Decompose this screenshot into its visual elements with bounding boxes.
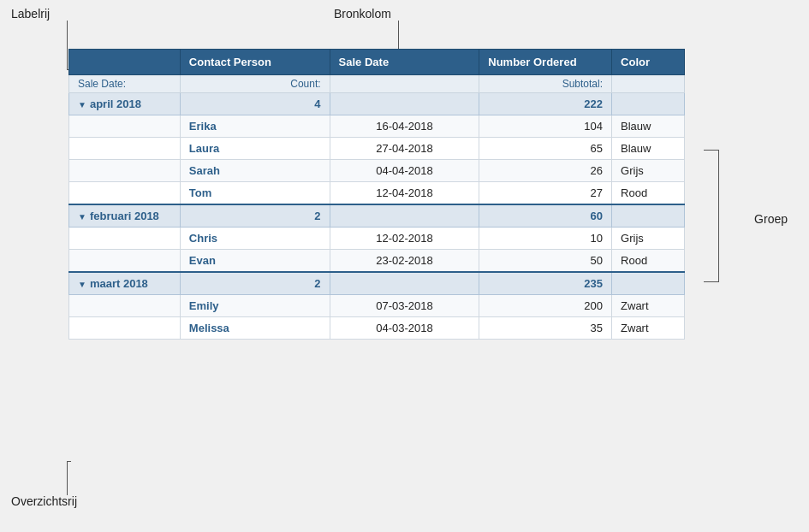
group-header-empty-date xyxy=(330,93,479,115)
row-name: Sarah xyxy=(180,160,330,182)
row-name: Erika xyxy=(180,115,330,138)
row-empty xyxy=(69,317,181,340)
row-date: 12-04-2018 xyxy=(330,182,479,205)
row-number: 26 xyxy=(479,160,612,182)
label-empty-1 xyxy=(330,75,479,93)
group-header-count: 2 xyxy=(180,272,330,295)
group-header-name: ▼februari 2018 xyxy=(69,204,181,228)
row-color: Zwart xyxy=(612,317,685,340)
header-color: Color xyxy=(612,50,685,75)
group-header-empty-color xyxy=(612,204,685,228)
row-number: 10 xyxy=(479,228,612,250)
header-empty xyxy=(69,50,181,75)
row-name: Evan xyxy=(180,250,330,273)
group-header-row[interactable]: ▼maart 2018 2 235 xyxy=(69,272,685,295)
table-row: Laura 27-04-2018 65 Blauw xyxy=(69,138,685,160)
row-number: 35 xyxy=(479,317,612,340)
annotation-labelrij: Labelrij xyxy=(11,7,50,21)
label-empty-2 xyxy=(612,75,685,93)
row-name: Chris xyxy=(180,228,330,250)
group-header-empty-color xyxy=(612,272,685,295)
table-row: Evan 23-02-2018 50 Rood xyxy=(69,250,685,273)
group-header-row[interactable]: ▼april 2018 4 222 xyxy=(69,93,685,115)
label-sale-date: Sale Date: xyxy=(69,75,181,93)
row-name: Laura xyxy=(180,138,330,160)
row-date: 07-03-2018 xyxy=(330,295,479,317)
row-date: 27-04-2018 xyxy=(330,138,479,160)
label-row: Sale Date: Count: Subtotal: xyxy=(69,75,685,93)
label-count: Count: xyxy=(180,75,330,93)
group-header-subtotal: 235 xyxy=(479,272,612,295)
row-color: Rood xyxy=(612,182,685,205)
bracket-groep xyxy=(704,150,719,282)
table-row: Chris 12-02-2018 10 Grijs xyxy=(69,228,685,250)
row-name: Emily xyxy=(180,295,330,317)
line-bronkolom xyxy=(398,21,399,50)
header-sale-date: Sale Date xyxy=(330,50,479,75)
group-header-empty-date xyxy=(330,272,479,295)
row-color: Blauw xyxy=(612,138,685,160)
header-row: Contact Person Sale Date Number Ordered … xyxy=(69,50,685,75)
row-number: 200 xyxy=(479,295,612,317)
row-empty xyxy=(69,228,181,250)
row-date: 04-04-2018 xyxy=(330,160,479,182)
row-number: 27 xyxy=(479,182,612,205)
line-overzichtsrij xyxy=(67,461,71,495)
table-row: Sarah 04-04-2018 26 Grijs xyxy=(69,160,685,182)
header-number-ordered: Number Ordered xyxy=(479,50,612,75)
group-header-subtotal: 222 xyxy=(479,93,612,115)
group-header-row[interactable]: ▼februari 2018 2 60 xyxy=(69,204,685,228)
group-header-count: 4 xyxy=(180,93,330,115)
row-date: 16-04-2018 xyxy=(330,115,479,138)
row-color: Grijs xyxy=(612,228,685,250)
table-row: Tom 12-04-2018 27 Rood xyxy=(69,182,685,205)
table-row: Emily 07-03-2018 200 Zwart xyxy=(69,295,685,317)
annotation-overzichtsrij: Overzichtsrij xyxy=(11,494,77,508)
row-name: Melissa xyxy=(180,317,330,340)
annotation-bronkolom: Bronkolom xyxy=(334,7,391,21)
row-color: Rood xyxy=(612,250,685,273)
row-date: 12-02-2018 xyxy=(330,228,479,250)
row-name: Tom xyxy=(180,182,330,205)
group-header-name: ▼maart 2018 xyxy=(69,272,181,295)
row-empty xyxy=(69,295,181,317)
row-color: Grijs xyxy=(612,160,685,182)
table-container: Contact Person Sale Date Number Ordered … xyxy=(68,49,685,340)
group-header-empty-date xyxy=(330,204,479,228)
page-wrapper: Labelrij Bronkolom Groep Overzichtsrij C… xyxy=(0,0,809,532)
row-empty xyxy=(69,115,181,138)
pivot-table: Contact Person Sale Date Number Ordered … xyxy=(68,49,685,340)
row-color: Zwart xyxy=(612,295,685,317)
group-header-count: 2 xyxy=(180,204,330,228)
row-number: 50 xyxy=(479,250,612,273)
label-subtotal: Subtotal: xyxy=(479,75,612,93)
row-number: 104 xyxy=(479,115,612,138)
group-header-subtotal: 60 xyxy=(479,204,612,228)
row-date: 04-03-2018 xyxy=(330,317,479,340)
header-contact-person: Contact Person xyxy=(180,50,330,75)
group-header-empty-color xyxy=(612,93,685,115)
row-empty xyxy=(69,182,181,205)
row-color: Blauw xyxy=(612,115,685,138)
table-row: Erika 16-04-2018 104 Blauw xyxy=(69,115,685,138)
table-row: Melissa 04-03-2018 35 Zwart xyxy=(69,317,685,340)
row-date: 23-02-2018 xyxy=(330,250,479,273)
annotation-groep: Groep xyxy=(754,212,788,226)
group-header-name: ▼april 2018 xyxy=(69,93,181,115)
row-empty xyxy=(69,138,181,160)
row-empty xyxy=(69,250,181,273)
row-number: 65 xyxy=(479,138,612,160)
row-empty xyxy=(69,160,181,182)
